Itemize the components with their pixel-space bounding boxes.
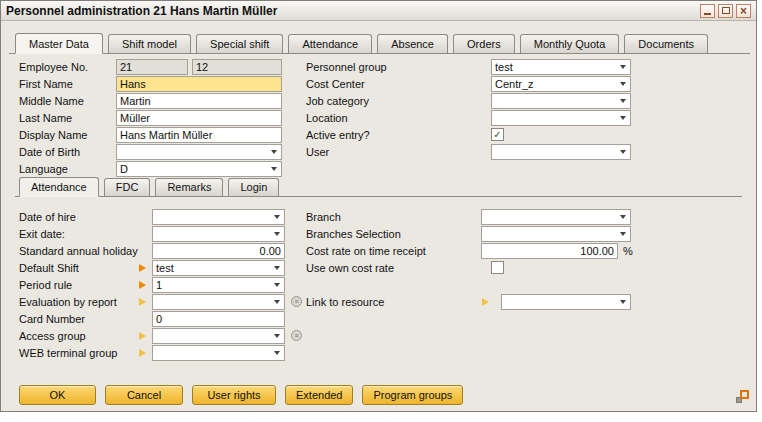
middle-name-input[interactable]: Martin xyxy=(116,93,282,109)
user-row: User xyxy=(306,143,631,160)
last-name-row: Last Name Müller xyxy=(19,109,282,126)
master-left-column: Employee No. 21 12 First Name Hans Middl… xyxy=(19,58,282,177)
period-rule-dropdown[interactable]: 1 xyxy=(152,277,285,293)
main-tab-strip: Master Data Shift model Special shift At… xyxy=(9,33,750,54)
cost-center-label: Cost Center xyxy=(306,78,491,90)
display-name-input[interactable]: Hans Martin Müller xyxy=(116,127,282,143)
personnel-group-row: Personnel group test xyxy=(306,58,631,75)
subtab-remarks[interactable]: Remarks xyxy=(155,178,223,196)
employee-no-input-2[interactable]: 12 xyxy=(192,59,282,75)
branches-selection-dropdown[interactable] xyxy=(481,226,631,242)
use-own-cost-rate-label: Use own cost rate xyxy=(306,262,468,274)
job-category-row: Job category xyxy=(306,92,631,109)
branch-dropdown[interactable] xyxy=(481,209,631,225)
detail-circle-icon[interactable] xyxy=(291,330,302,341)
tab-monthly-quota[interactable]: Monthly Quota xyxy=(520,34,620,53)
default-shift-label: Default Shift xyxy=(19,262,139,274)
cancel-button[interactable]: Cancel xyxy=(105,385,183,405)
tab-documents[interactable]: Documents xyxy=(624,34,708,53)
user-label: User xyxy=(306,146,491,158)
standard-annual-holiday-input[interactable]: 0.00 xyxy=(152,243,285,259)
location-label: Location xyxy=(306,112,491,124)
minimize-button[interactable] xyxy=(700,4,715,18)
cost-rate-input[interactable]: 100.00 xyxy=(481,243,618,259)
subtab-fdc[interactable]: FDC xyxy=(104,178,151,196)
evaluation-by-report-label: Evaluation by report xyxy=(19,296,139,308)
tab-special-shift[interactable]: Special shift xyxy=(196,34,283,53)
language-row: Language D xyxy=(19,160,282,177)
tab-master-data[interactable]: Master Data xyxy=(15,33,103,54)
exit-date-dropdown[interactable] xyxy=(152,226,285,242)
subtab-attendance[interactable]: Attendance xyxy=(19,177,99,197)
title-bar: Personnel administration 21 Hans Martin … xyxy=(1,1,756,21)
link-arrow-icon[interactable] xyxy=(139,332,146,340)
first-name-label: First Name xyxy=(19,78,116,90)
date-of-hire-dropdown[interactable] xyxy=(152,209,285,225)
middle-name-label: Middle Name xyxy=(19,95,116,107)
last-name-label: Last Name xyxy=(19,112,116,124)
cost-rate-row: Cost rate on time receipt 100.00 % xyxy=(306,242,631,259)
link-arrow-icon[interactable] xyxy=(139,298,146,306)
cost-center-dropdown[interactable]: Centr_z xyxy=(491,76,631,92)
program-groups-button[interactable]: Program groups xyxy=(362,385,463,405)
branches-selection-row: Branches Selection xyxy=(306,225,631,242)
employee-no-input-1[interactable]: 21 xyxy=(116,59,188,75)
minimize-icon xyxy=(704,13,711,15)
card-number-row: Card Number 0 xyxy=(19,310,285,327)
user-dropdown[interactable] xyxy=(491,144,631,160)
first-name-input[interactable]: Hans xyxy=(116,76,282,92)
web-terminal-group-dropdown[interactable] xyxy=(152,345,285,361)
subtab-login[interactable]: Login xyxy=(228,178,279,196)
resize-grip-icon[interactable] xyxy=(736,390,749,403)
card-number-label: Card Number xyxy=(19,313,139,325)
personnel-group-dropdown[interactable]: test xyxy=(491,59,631,75)
link-arrow-icon[interactable] xyxy=(139,281,146,289)
window-controls: × xyxy=(700,4,751,18)
attendance-right-column: Branch Branches Selection Cost rate on t… xyxy=(306,208,631,310)
active-entry-checkbox[interactable]: ✓ xyxy=(491,128,504,141)
active-entry-label: Active entry? xyxy=(306,129,491,141)
default-shift-dropdown[interactable]: test xyxy=(152,260,285,276)
link-to-resource-dropdown[interactable] xyxy=(501,294,631,310)
evaluation-by-report-dropdown[interactable] xyxy=(152,294,285,310)
language-dropdown[interactable]: D xyxy=(116,161,282,177)
branches-selection-label: Branches Selection xyxy=(306,228,468,240)
grip-orange-square xyxy=(740,390,749,399)
close-button[interactable]: × xyxy=(736,4,751,18)
extended-button[interactable]: Extended xyxy=(285,385,353,405)
personnel-administration-window: Personnel administration 21 Hans Martin … xyxy=(0,0,757,412)
date-of-birth-dropdown[interactable] xyxy=(116,144,282,160)
job-category-dropdown[interactable] xyxy=(491,93,631,109)
use-own-cost-rate-checkbox[interactable] xyxy=(491,261,504,274)
restore-icon xyxy=(722,7,730,14)
card-number-input[interactable]: 0 xyxy=(152,311,285,327)
link-arrow-icon[interactable] xyxy=(482,298,489,306)
cost-rate-percent-suffix: % xyxy=(623,245,633,257)
location-dropdown[interactable] xyxy=(491,110,631,126)
standard-annual-holiday-row: Standard annual holiday 0.00 xyxy=(19,242,285,259)
link-arrow-icon[interactable] xyxy=(139,349,146,357)
date-of-hire-label: Date of hire xyxy=(19,211,139,223)
tab-attendance[interactable]: Attendance xyxy=(288,34,372,53)
location-row: Location xyxy=(306,109,631,126)
employee-no-label: Employee No. xyxy=(19,61,116,73)
restore-button[interactable] xyxy=(718,4,733,18)
job-category-label: Job category xyxy=(306,95,491,107)
link-to-resource-row: Link to resource xyxy=(306,293,631,310)
period-rule-label: Period rule xyxy=(19,279,139,291)
footer-button-bar: OK Cancel User rights Extended Program g… xyxy=(19,385,463,405)
access-group-dropdown[interactable] xyxy=(152,328,285,344)
cost-center-row: Cost Center Centr_z xyxy=(306,75,631,92)
standard-annual-holiday-label: Standard annual holiday xyxy=(19,245,139,257)
tab-shift-model[interactable]: Shift model xyxy=(108,34,191,53)
detail-circle-icon[interactable] xyxy=(291,296,302,307)
tab-orders[interactable]: Orders xyxy=(453,34,515,53)
user-rights-button[interactable]: User rights xyxy=(192,385,276,405)
date-of-birth-label: Date of Birth xyxy=(19,146,116,158)
sub-tab-strip: Attendance FDC Remarks Login xyxy=(15,177,742,197)
tab-absence[interactable]: Absence xyxy=(377,34,448,53)
ok-button[interactable]: OK xyxy=(19,385,96,405)
last-name-input[interactable]: Müller xyxy=(116,110,282,126)
link-arrow-icon[interactable] xyxy=(139,264,146,272)
evaluation-by-report-row: Evaluation by report xyxy=(19,293,285,310)
